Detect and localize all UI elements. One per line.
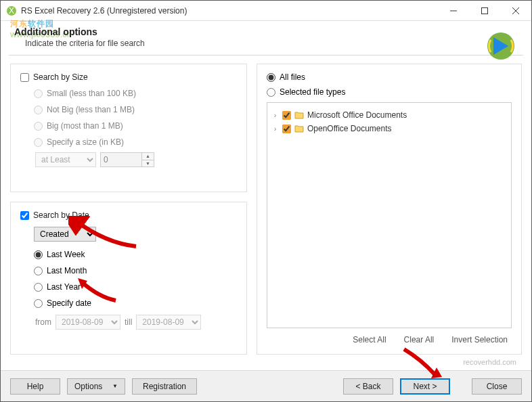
chevron-right-icon[interactable]: › (271, 111, 279, 119)
folder-icon (294, 110, 304, 120)
close-button[interactable]: Close (472, 378, 522, 395)
search-by-size-label: Search by Size (33, 72, 88, 82)
tree-row[interactable]: › Microsoft Office Documents (271, 108, 507, 122)
chevron-right-icon[interactable]: › (271, 125, 279, 133)
date-till-select: 2019-08-09 (136, 315, 201, 330)
next-button[interactable]: Next > (400, 378, 450, 395)
size-notbig-radio (34, 106, 43, 114)
search-by-date-label: Search by Date (33, 210, 89, 220)
invert-selection-link[interactable]: Invert Selection (451, 335, 508, 344)
window-title: RS Excel Recovery 2.6 (Unregistered vers… (21, 6, 438, 16)
page-header: Additional options Indicate the criteria… (1, 21, 531, 51)
select-all-link[interactable]: Select All (353, 335, 386, 344)
tree-item-label: OpenOffice Documents (307, 124, 392, 133)
content-area: Search by Size Small (less than 100 KB) … (1, 55, 531, 355)
selected-file-types-radio[interactable] (267, 88, 275, 97)
date-specify-radio[interactable] (34, 299, 43, 308)
page-title: Additional options (14, 26, 518, 37)
size-specify-radio (34, 138, 43, 147)
titlebar: X RS Excel Recovery 2.6 (Unregistered ve… (1, 1, 531, 21)
maximize-button[interactable] (469, 1, 500, 21)
footer-bar: Help Options▼ Registration < Back Next >… (1, 370, 531, 401)
svg-text:X: X (9, 6, 14, 16)
product-logo-icon (485, 30, 516, 62)
file-types-tree[interactable]: › Microsoft Office Documents › OpenOffic… (267, 102, 512, 328)
date-from-select: 2019-08-09 (56, 315, 120, 330)
chevron-down-icon: ▼ (112, 383, 118, 389)
close-window-button[interactable] (500, 1, 531, 21)
size-big-radio (34, 122, 43, 131)
size-value-spinner: ▲▼ (100, 152, 154, 167)
spin-down-icon: ▼ (142, 160, 154, 167)
minimize-button[interactable] (438, 1, 469, 21)
svg-rect-3 (482, 7, 488, 14)
app-icon: X (6, 5, 17, 16)
size-mode-select: at Least (35, 152, 96, 167)
search-by-size-checkbox[interactable] (20, 73, 29, 82)
tree-item-label: Microsoft Office Documents (307, 110, 407, 120)
clear-all-link[interactable]: Clear All (404, 335, 435, 344)
search-by-date-checkbox[interactable] (20, 211, 29, 220)
search-by-size-panel: Search by Size Small (less than 100 KB) … (10, 64, 247, 192)
date-last-month-radio[interactable] (34, 267, 43, 275)
help-button[interactable]: Help (10, 378, 60, 395)
options-button[interactable]: Options▼ (67, 378, 125, 395)
tree-item-checkbox[interactable] (282, 125, 291, 133)
page-subtitle: Indicate the criteria for file search (25, 39, 518, 48)
back-button[interactable]: < Back (343, 378, 393, 395)
tree-item-checkbox[interactable] (282, 111, 291, 120)
file-types-panel: All files Selected file types › Microsof… (257, 64, 522, 355)
tree-row[interactable]: › OpenOffice Documents (271, 122, 507, 135)
search-by-date-panel: Search by Date Created Last Week Last Mo… (10, 202, 247, 355)
date-field-select[interactable]: Created (34, 227, 96, 242)
vendor-link[interactable]: recoverhdd.com (463, 358, 516, 366)
date-last-year-radio[interactable] (34, 283, 43, 292)
size-small-radio (34, 89, 43, 98)
registration-button[interactable]: Registration (132, 378, 197, 395)
folder-icon (294, 124, 304, 133)
all-files-radio[interactable] (267, 73, 275, 82)
spin-up-icon: ▲ (142, 153, 154, 160)
date-last-week-radio[interactable] (34, 250, 43, 259)
